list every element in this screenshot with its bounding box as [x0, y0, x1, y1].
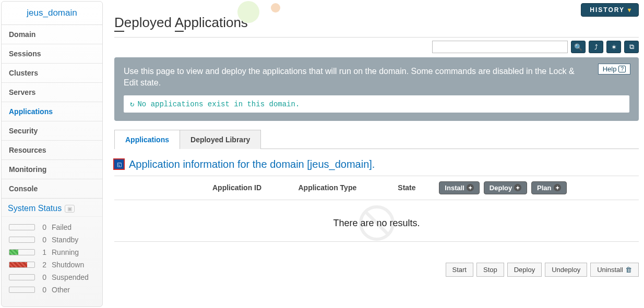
- section-title: Application information for the domain […: [129, 158, 375, 170]
- applications-table: Application ID Application Type State In…: [114, 176, 639, 200]
- sidebar: jeus_domain Domain Sessions Clusters Ser…: [1, 1, 103, 307]
- bottom-action-bar: Start Stop Deploy Undeploy Uninstall🗑: [114, 263, 639, 277]
- col-application-id: Application ID: [208, 176, 294, 200]
- status-label: Running: [52, 248, 79, 256]
- info-panel: Help ? Use this page to view and deploy …: [114, 57, 639, 121]
- chevron-down-icon: ▾: [628, 6, 632, 14]
- status-bar-suspended: [9, 274, 35, 280]
- status-label: Suspended: [52, 273, 89, 281]
- toolbar-row: 🔍 ⤴ ✶ ⧉: [114, 41, 639, 53]
- status-label: Standby: [52, 236, 78, 244]
- status-label: Failed: [52, 223, 71, 231]
- plus-icon: ✦: [467, 184, 474, 191]
- status-count: 0: [40, 236, 46, 244]
- status-row-other: 0 Other: [9, 284, 95, 296]
- search-icon: 🔍: [574, 43, 582, 51]
- search-button[interactable]: 🔍: [571, 41, 586, 53]
- info-description: Use this page to view and deploy the app…: [124, 66, 629, 89]
- plus-icon: ✦: [554, 184, 561, 191]
- section-heading: ◱ Application information for the domain…: [114, 158, 639, 170]
- col-application-type: Application Type: [294, 176, 394, 200]
- plus-icon: ✦: [514, 184, 521, 191]
- status-message: ↻No applications exist in this domain.: [124, 95, 629, 113]
- tab-bar: Applications Deployed Library: [114, 129, 639, 149]
- export-button[interactable]: ⤴: [589, 41, 603, 53]
- status-row-running: 1 Running: [9, 246, 95, 258]
- stop-button[interactable]: Stop: [476, 263, 504, 277]
- xml-icon: ✶: [611, 43, 617, 51]
- main-content: HISTORY ▾ Deployed Applications 🔍 ⤴ ✶ ⧉ …: [104, 0, 644, 308]
- status-count: 0: [40, 273, 46, 281]
- deploy-action-button[interactable]: Deploy: [507, 263, 542, 277]
- install-button[interactable]: Install✦: [439, 181, 480, 194]
- col-checkbox: [114, 176, 208, 200]
- export-icon: ⤴: [594, 43, 598, 51]
- nav-item-clusters[interactable]: Clusters: [2, 64, 102, 83]
- start-button[interactable]: Start: [446, 263, 473, 277]
- tab-deployed-library[interactable]: Deployed Library: [180, 130, 261, 149]
- system-status-list: 0 Failed 0 Standby 1 Running 2 Shutdown …: [2, 217, 102, 304]
- nav-item-monitoring[interactable]: Monitoring: [2, 160, 102, 179]
- status-count: 0: [40, 286, 46, 294]
- status-bar-standby: [9, 237, 35, 243]
- no-results-message: There are no results.: [114, 200, 639, 242]
- nav-item-security[interactable]: Security: [2, 121, 102, 141]
- refresh-icon: ↻: [130, 100, 134, 108]
- status-count: 0: [40, 223, 46, 231]
- tab-applications[interactable]: Applications: [114, 130, 180, 149]
- status-bar-running: [9, 249, 35, 255]
- col-state: State: [393, 176, 433, 200]
- page-title: Deployed Applications: [114, 0, 639, 38]
- nav-item-console[interactable]: Console: [2, 179, 102, 199]
- schema-icon: ⧉: [629, 43, 634, 51]
- nav-item-resources[interactable]: Resources: [2, 141, 102, 160]
- status-toggle-icon[interactable]: ▣: [65, 205, 75, 213]
- sidebar-nav: Domain Sessions Clusters Servers Applica…: [2, 25, 102, 199]
- sidebar-domain-name[interactable]: jeus_domain: [2, 2, 102, 25]
- status-bar-failed: [9, 224, 35, 230]
- help-button[interactable]: Help ?: [598, 64, 630, 75]
- col-actions: Install✦ Deploy✦ Plan✦: [433, 176, 639, 200]
- status-count: 2: [40, 261, 46, 269]
- nav-item-applications[interactable]: Applications: [2, 102, 102, 121]
- status-row-failed: 0 Failed: [9, 221, 95, 233]
- uninstall-icon: 🗑: [625, 266, 632, 274]
- status-count: 1: [40, 248, 46, 256]
- uninstall-button[interactable]: Uninstall🗑: [590, 263, 639, 277]
- undeploy-button[interactable]: Undeploy: [545, 263, 587, 277]
- nav-item-sessions[interactable]: Sessions: [2, 44, 102, 64]
- history-button[interactable]: HISTORY ▾: [581, 3, 639, 17]
- plan-button[interactable]: Plan✦: [531, 181, 566, 194]
- nav-item-domain[interactable]: Domain: [2, 25, 102, 44]
- status-bar-shutdown: [9, 262, 35, 268]
- nav-item-servers[interactable]: Servers: [2, 83, 102, 102]
- status-row-suspended: 0 Suspended: [9, 271, 95, 284]
- schema-button[interactable]: ⧉: [624, 41, 639, 53]
- status-label: Shutdown: [52, 261, 84, 269]
- status-label: Other: [52, 286, 70, 294]
- xml-button[interactable]: ✶: [606, 41, 621, 53]
- system-status-heading: System Status ▣: [2, 199, 102, 217]
- search-input[interactable]: [432, 41, 568, 53]
- status-row-standby: 0 Standby: [9, 233, 95, 246]
- section-icon: ◱: [114, 159, 124, 169]
- status-bar-other: [9, 287, 35, 293]
- question-icon: ?: [618, 66, 626, 72]
- deploy-button[interactable]: Deploy✦: [484, 181, 527, 194]
- status-row-shutdown: 2 Shutdown: [9, 258, 95, 271]
